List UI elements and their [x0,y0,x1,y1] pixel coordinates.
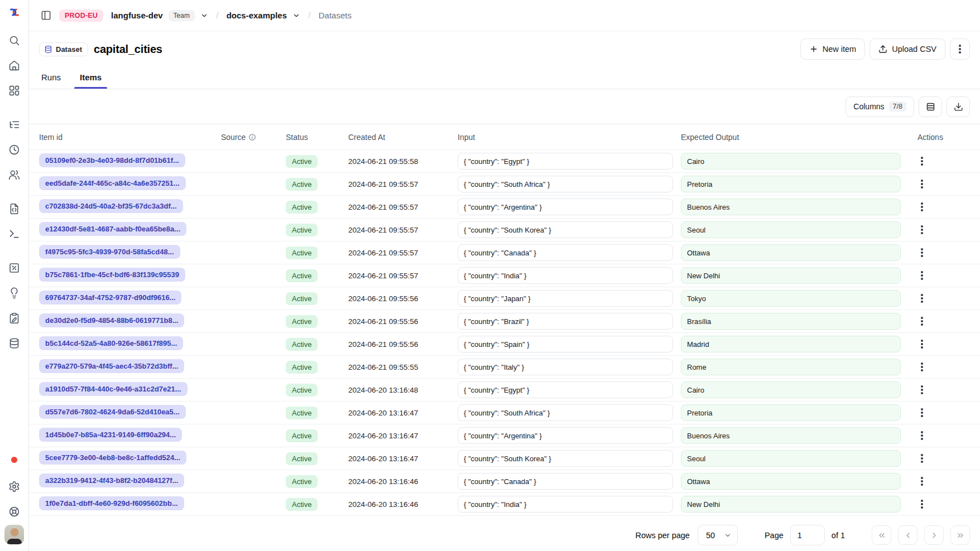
item-id-link[interactable]: b75c7861-1fbe-45cf-bdf6-83f139c95539 [39,268,185,282]
row-actions-button[interactable] [914,473,930,489]
item-id-link[interactable]: e779a270-579a-4f45-aec4-35b72d3bff... [39,359,184,373]
item-id-link[interactable]: a322b319-9412-4f43-b8f2-b20484127f... [39,473,184,487]
sessions-clock-icon[interactable] [8,143,21,156]
expected-output-cell[interactable]: Tokyo [681,290,901,307]
expected-output-cell[interactable]: Ottawa [681,473,901,490]
row-actions-button[interactable] [914,496,930,512]
evaluation-icon[interactable] [8,261,21,274]
page-number-input[interactable] [790,525,825,545]
more-options-button[interactable] [950,38,970,60]
input-cell[interactable]: { "country": "India" } [458,496,673,513]
row-actions-button[interactable] [914,382,930,398]
row-actions-button[interactable] [914,359,930,375]
expected-output-cell[interactable]: Madrid [681,336,901,352]
item-id-link[interactable]: c702838d-24d5-40a2-bf35-67dc3a3df... [39,199,183,213]
input-cell[interactable]: { "country": "South Africa" } [458,176,673,192]
users-icon[interactable] [8,168,21,181]
input-cell[interactable]: { "country": "South Korea" } [458,221,673,238]
row-actions-button[interactable] [914,428,930,443]
expected-output-cell[interactable]: New Delhi [681,267,901,284]
chevron-down-icon[interactable] [292,12,300,20]
dashboard-icon[interactable] [8,84,21,97]
playground-terminal-icon[interactable] [8,227,21,240]
item-id-link[interactable]: 1d45b0e7-b85a-4231-9149-6ff90a294... [39,428,182,442]
export-button[interactable] [947,96,970,117]
expected-output-cell[interactable]: Seoul [681,450,901,467]
prompts-icon[interactable] [8,202,21,215]
expected-output-cell[interactable]: New Delhi [681,496,901,513]
row-actions-button[interactable] [914,291,930,306]
item-id-link[interactable]: 69764737-34af-4752-9787-d90df9616... [39,291,181,304]
row-actions-button[interactable] [914,336,930,352]
input-cell[interactable]: { "country": "Spain" } [458,336,673,352]
expected-output-cell[interactable]: Pretoria [681,404,901,421]
input-cell[interactable]: { "country": "Italy" } [458,359,673,375]
expected-output-cell[interactable]: Pretoria [681,176,901,192]
expected-output-cell[interactable]: Buenos Aires [681,199,901,215]
item-id-link[interactable]: 05109ef0-2e3b-4e03-98dd-8f7d01b61f... [39,153,185,167]
row-actions-button[interactable] [914,153,930,169]
input-cell[interactable]: { "country": "Egypt" } [458,381,673,398]
row-actions-button[interactable] [914,451,930,466]
item-id-link[interactable]: f4975c95-5fc3-4939-970d-58fa5cd48... [39,245,180,259]
row-actions-button[interactable] [914,199,930,215]
chevron-down-icon[interactable] [200,12,208,20]
item-id-link[interactable]: d557e7d6-7802-4624-9da6-52d410ea5... [39,405,186,419]
row-height-button[interactable] [919,96,942,117]
expected-output-cell[interactable]: Ottawa [681,244,901,261]
last-page-button[interactable] [950,525,970,545]
input-cell[interactable]: { "country": "Argentina" } [458,199,673,215]
row-actions-button[interactable] [914,245,930,260]
input-cell[interactable]: { "country": "South Korea" } [458,450,673,467]
input-cell[interactable]: { "country": "Japan" } [458,290,673,307]
expected-output-cell[interactable]: Buenos Aires [681,427,901,444]
item-id-link[interactable]: e12430df-5e81-4687-aabb-f0ea65be8a... [39,222,186,236]
insights-lightbulb-icon[interactable] [8,286,21,299]
row-actions-button[interactable] [914,176,930,192]
tracing-icon[interactable] [8,118,21,131]
settings-gear-icon[interactable] [8,480,21,493]
item-id-link[interactable]: eed5dafe-244f-465c-a84c-4a6e357251... [39,176,186,190]
columns-button[interactable]: Columns 7/8 [846,96,914,117]
expected-output-cell[interactable]: Cairo [681,381,901,398]
tab-items[interactable]: Items [78,67,104,89]
item-id-link[interactable]: 5cee7779-3e00-4eb8-be8c-1affedd524... [39,451,186,465]
row-actions-button[interactable] [914,222,930,238]
expected-output-cell[interactable]: Cairo [681,153,901,170]
item-id-link[interactable]: b5c144cd-52a5-4a80-926e-58617f895... [39,336,183,350]
expected-output-cell[interactable]: Brasília [681,313,901,330]
row-actions-button[interactable] [914,268,930,283]
user-avatar[interactable] [4,525,24,544]
upload-csv-button[interactable]: Upload CSV [869,38,945,60]
annotation-clipboard-icon[interactable] [8,311,21,325]
expected-output-cell[interactable]: Rome [681,359,901,375]
input-cell[interactable]: { "country": "Egypt" } [458,153,673,170]
expected-output-cell[interactable]: Seoul [681,221,901,238]
item-id-link[interactable]: de30d2e0-f5d9-4854-88b6-0619771b8... [39,313,184,327]
breadcrumb-section[interactable]: Datasets [319,11,352,20]
rows-per-page-select[interactable]: 50 [698,525,738,545]
item-id-link[interactable]: a1910d57-7f84-440c-9e46-a31c2d7e21... [39,382,188,396]
input-cell[interactable]: { "country": "South Africa" } [458,404,673,421]
next-page-button[interactable] [924,525,944,545]
first-page-button[interactable] [872,525,891,545]
previous-page-button[interactable] [898,525,917,545]
home-icon[interactable] [8,59,21,72]
breadcrumb-org[interactable]: langfuse-dev [111,11,163,20]
input-cell[interactable]: { "country": "Argentina" } [458,427,673,444]
sidebar-toggle-icon[interactable] [38,8,54,23]
input-cell[interactable]: { "country": "Canada" } [458,473,673,490]
input-cell[interactable]: { "country": "Brazil" } [458,313,673,330]
input-cell[interactable]: { "country": "Canada" } [458,244,673,261]
item-id-link[interactable]: 1f0e7da1-dbff-4e60-929d-f6095602bb... [39,496,184,510]
row-actions-button[interactable] [914,313,930,329]
search-icon[interactable] [8,33,21,47]
breadcrumb-project[interactable]: docs-examples [227,11,287,20]
row-actions-button[interactable] [914,405,930,420]
datasets-database-icon[interactable] [8,336,21,350]
new-item-button[interactable]: New item [800,38,865,60]
input-cell[interactable]: { "country": "India" } [458,267,673,284]
info-icon[interactable] [248,133,256,141]
tab-runs[interactable]: Runs [39,67,63,89]
support-lifebuoy-icon[interactable] [8,505,21,518]
